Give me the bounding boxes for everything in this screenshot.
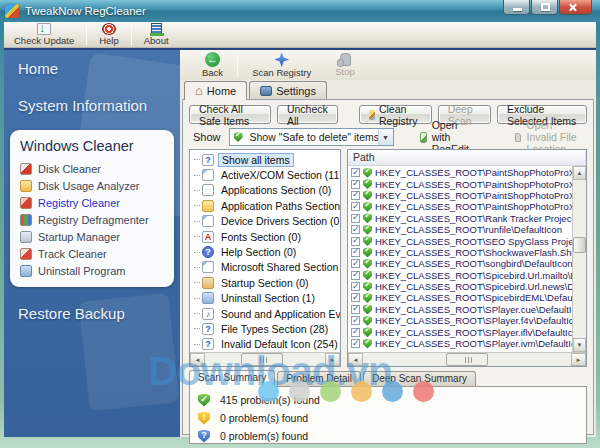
checkbox-checked[interactable]: [351, 282, 360, 291]
safe-shield-icon: [363, 179, 372, 189]
tab-home[interactable]: ⌂ Home: [184, 81, 247, 100]
sidebar-item-disk-cleaner[interactable]: Disk Cleaner: [20, 160, 170, 177]
checkbox-checked[interactable]: [351, 316, 360, 325]
close-button[interactable]: [559, 0, 592, 15]
checkbox-checked[interactable]: [351, 248, 360, 257]
about-button[interactable]: About: [134, 22, 179, 47]
scrollbar-thumb[interactable]: [573, 237, 586, 253]
tree-item[interactable]: Sound and Application Events Section: [194, 306, 340, 321]
table-row[interactable]: HKEY_CLASSES_ROOT\SPlayer.iflv\DefaultIc…: [348, 326, 572, 337]
tree-item[interactable]: Show all items: [194, 152, 340, 167]
safe-shield-icon: [363, 293, 372, 303]
show-label: Show: [193, 131, 221, 143]
scroll-down-icon[interactable]: ▼: [573, 338, 586, 352]
maximize-button[interactable]: [531, 0, 558, 15]
table-row[interactable]: HKEY_CLASSES_ROOT\PaintShopPhotoProX3.Wo…: [348, 201, 572, 212]
checkbox-checked[interactable]: [351, 202, 360, 211]
result-panes: Show all items ActiveX/COM Section (117)…: [189, 149, 587, 367]
stop-hand-icon: [340, 53, 351, 66]
checkbox-checked[interactable]: [351, 191, 360, 200]
scroll-right-icon[interactable]: ►: [325, 353, 340, 366]
sidebar-item-restore-backup[interactable]: Restore Backup: [4, 295, 180, 332]
sidebar-item-uninstall-program[interactable]: Uninstall Program: [20, 262, 170, 279]
table-row[interactable]: HKEY_CLASSES_ROOT\PaintShopPhotoProX3.St…: [348, 190, 572, 201]
checkbox-checked[interactable]: [351, 271, 360, 280]
checkbox-checked[interactable]: [351, 339, 360, 348]
checkbox-checked[interactable]: [351, 180, 360, 189]
scan-registry-button[interactable]: Scan Registry: [240, 50, 323, 80]
sidebar-item-system-information[interactable]: System Information: [4, 87, 180, 124]
table-row[interactable]: HKEY_CLASSES_ROOT\Spicebird.Url.mailto\D…: [348, 270, 572, 281]
uninstall-program-icon: [20, 265, 32, 277]
sidebar-item-startup-manager[interactable]: Startup Manager: [20, 228, 170, 245]
table-row[interactable]: HKEY_CLASSES_ROOT\PaintShopPhotoProX3.Sh…: [348, 178, 572, 189]
tree-item[interactable]: Device Drivers Section (0): [194, 214, 340, 229]
table-row[interactable]: HKEY_CLASSES_ROOT\SPlayer.ivm\DefaultIco…: [348, 338, 572, 349]
checkbox-checked[interactable]: [351, 225, 360, 234]
top-toolbar: Check Update Help About: [4, 22, 596, 48]
scroll-right-icon[interactable]: ►: [571, 353, 586, 366]
check-update-button[interactable]: Check Update: [4, 22, 84, 47]
check-all-safe-items-button[interactable]: Check All Safe Items: [189, 105, 271, 124]
tree-horizontal-scrollbar[interactable]: ◄ ►: [190, 352, 340, 366]
checkbox-checked[interactable]: [351, 237, 360, 246]
scrollbar-thumb[interactable]: [446, 353, 488, 366]
stop-button[interactable]: Stop: [323, 50, 367, 80]
minimize-button[interactable]: [503, 0, 530, 15]
back-icon: ←: [205, 52, 220, 67]
tree-item[interactable]: Startup Section (0): [194, 275, 340, 290]
tree-item[interactable]: File Types Section (28): [194, 321, 340, 336]
sidebar-item-registry-cleaner[interactable]: Registry Cleaner: [20, 194, 170, 211]
show-filter-dropdown[interactable]: Show "Safe to delete" items ▼: [229, 128, 394, 146]
app-icon: [5, 4, 19, 18]
scroll-up-icon[interactable]: ▲: [573, 166, 586, 180]
tab-problem-detail[interactable]: Problem Detail: [277, 371, 361, 386]
table-row[interactable]: HKEY_CLASSES_ROOT\SEO SpyGlass Project F…: [348, 235, 572, 246]
tab-deep-scan-summary[interactable]: Deep Scan Summary: [363, 371, 476, 386]
table-row[interactable]: HKEY_CLASSES_ROOT\ShockwaveFlash.Shockwa…: [348, 247, 572, 258]
table-row[interactable]: HKEY_CLASSES_ROOT\SPlayer.cue\DefaultIco…: [348, 304, 572, 315]
table-row[interactable]: HKEY_CLASSES_ROOT\SpicebirdEML\DefaultIc…: [348, 292, 572, 303]
back-button[interactable]: ← Back: [190, 50, 235, 80]
scroll-left-icon[interactable]: ◄: [190, 353, 205, 366]
help-button[interactable]: Help: [89, 22, 129, 47]
minimize-icon: [513, 8, 522, 11]
checkbox-checked[interactable]: [351, 293, 360, 302]
checkbox-checked[interactable]: [351, 259, 360, 268]
tab-settings[interactable]: Settings: [249, 81, 327, 99]
tree-item[interactable]: Microsoft Shared Section (11): [194, 260, 340, 275]
sidebar-item-disk-usage-analyzer[interactable]: Disk Usage Analyzer: [20, 177, 170, 194]
checkbox-checked[interactable]: [351, 214, 360, 223]
tree-item[interactable]: Applications Section (0): [194, 183, 340, 198]
sidebar-item-registry-defragmenter[interactable]: Registry Defragmenter: [20, 211, 170, 228]
tree-item[interactable]: Uninstall Section (1): [194, 291, 340, 306]
tree-item[interactable]: Invalid Default Icon (254): [194, 337, 340, 352]
blue-shield-icon: [198, 430, 210, 443]
table-row[interactable]: HKEY_CLASSES_ROOT\runfile\DefaultIcon: [348, 224, 572, 235]
path-column-header[interactable]: Path: [348, 150, 586, 165]
tree-item[interactable]: Help Section (0): [194, 244, 340, 259]
safe-shield-icon: [363, 190, 372, 200]
sidebar-item-track-cleaner[interactable]: Track Cleaner: [20, 245, 170, 262]
scroll-left-icon[interactable]: ◄: [348, 353, 363, 366]
tree-item[interactable]: Application Paths Section (4): [194, 198, 340, 213]
uncheck-all-button[interactable]: Uncheck All: [277, 105, 338, 124]
list-header[interactable]: Path: [348, 150, 586, 166]
checkbox-checked[interactable]: [351, 305, 360, 314]
table-row[interactable]: HKEY_CLASSES_ROOT\Spicebird.Url.news\Def…: [348, 281, 572, 292]
table-row[interactable]: HKEY_CLASSES_ROOT\PaintShopPhotoProX3.Se…: [348, 167, 572, 178]
uninstall-icon: [202, 292, 214, 304]
table-row[interactable]: HKEY_CLASSES_ROOT\Rank Tracker Project F…: [348, 213, 572, 224]
list-horizontal-scrollbar[interactable]: ◄ ►: [348, 352, 586, 366]
table-row[interactable]: HKEY_CLASSES_ROOT\SPlayer.f4v\DefaultIco…: [348, 315, 572, 326]
checkbox-checked[interactable]: [351, 168, 360, 177]
tree-item[interactable]: Fonts Section (0): [194, 229, 340, 244]
list-vertical-scrollbar[interactable]: ▲ ▼: [572, 166, 586, 352]
tree-item[interactable]: ActiveX/COM Section (117): [194, 167, 340, 182]
checkbox-checked[interactable]: [351, 328, 360, 337]
scrollbar-thumb[interactable]: [241, 353, 283, 366]
table-row[interactable]: HKEY_CLASSES_ROOT\songbird\DefaultIcon: [348, 258, 572, 269]
sidebar-item-home[interactable]: Home: [4, 50, 180, 87]
folder-icon: [515, 133, 521, 142]
tab-scan-summary[interactable]: Scan Summary: [189, 370, 275, 387]
